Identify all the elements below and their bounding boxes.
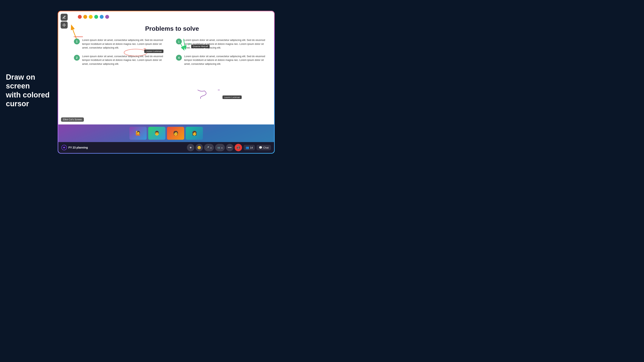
participant-video-1[interactable]: 🙋 [130, 127, 147, 140]
presentation-content: Problems to solve 1 Lorem ipsum dolor si… [74, 25, 270, 121]
mic-icon: 🎤 [206, 146, 209, 149]
pres-text-1: Lorem ipsum dolor sit amet, consectetur … [82, 38, 168, 50]
participant-avatar-1: 🙋 [130, 127, 147, 140]
color-yellow[interactable] [89, 15, 93, 19]
app-window-inner: Problems to solve 1 Lorem ipsum dolor si… [58, 11, 274, 153]
drawing-toolbar [60, 14, 68, 29]
presentation-grid: 1 Lorem ipsum dolor sit amet, consectetu… [74, 38, 270, 66]
pres-num-3: 3 [176, 39, 182, 45]
participants-count: 14 [250, 146, 253, 149]
emoji-button[interactable]: 😊 [196, 144, 203, 151]
camera-chevron-icon: ▲ [221, 147, 223, 149]
participant-avatar-3: 🧑 [167, 127, 184, 140]
meeting-title-text: FY 23 planning [68, 146, 88, 149]
participant-avatar-4: 👩 [186, 127, 203, 140]
color-blue[interactable] [100, 15, 104, 19]
color-purple[interactable] [105, 15, 109, 19]
end-call-button[interactable]: 📵 [234, 144, 242, 151]
pres-item-2: 2 Lorem ipsum dolor sit amet, consectetu… [74, 54, 168, 66]
cursor-label-graeme: Graeme Metcalf [191, 45, 210, 48]
cursor-label-lauren-2: Lauren Lockman [222, 96, 242, 99]
color-green[interactable] [94, 15, 98, 19]
camera-icon: 📹 [217, 146, 220, 149]
pres-num-1: 1 [74, 39, 80, 45]
participant-videos-bar: 🙋 👨 🧑 👩 [58, 124, 274, 142]
cursor-label-lauren-1: Lauren Lockman [144, 50, 164, 53]
participants-button[interactable]: 👥 14 [244, 145, 255, 150]
microphone-button[interactable]: 🎤 ▲ [204, 144, 214, 151]
pres-text-4: Lorem ipsum dolor sit amet, consectetur … [184, 54, 270, 66]
pencil-tool-button[interactable] [60, 14, 68, 21]
camera-button[interactable]: 📹 ▲ [215, 144, 225, 151]
participants-icon: 👥 [246, 146, 249, 149]
participant-avatar-2: 👨 [148, 127, 166, 140]
meeting-logo-icon [62, 145, 67, 150]
controls-right: 👥 14 💬 Chat [244, 145, 271, 150]
controls-center: + 😊 🎤 ▲ 📹 ▲ ••• 📵 [187, 144, 242, 151]
mic-chevron-icon: ▲ [210, 147, 212, 149]
hero-text: Draw on screen with colored cursor [6, 73, 60, 108]
participant-video-3[interactable]: 🧑 [167, 127, 184, 140]
participant-video-4[interactable]: 👩 [186, 127, 203, 140]
chat-label: Chat [263, 146, 269, 149]
chat-button[interactable]: 💬 Chat [256, 145, 271, 150]
pres-item-3: 3 Lorem ipsum dolor sit amet, consectetu… [176, 38, 270, 50]
pres-text-2: Lorem ipsum dolor sit amet, consectetur … [82, 54, 168, 66]
pres-num-4: 4 [176, 55, 182, 61]
color-palette [78, 15, 109, 19]
hero-panel: Draw on screen with colored cursor [6, 73, 60, 108]
color-orange[interactable] [83, 15, 87, 19]
screen-share-label: Elliot Col's Screen [61, 117, 84, 122]
screen-share-area: Problems to solve 1 Lorem ipsum dolor si… [58, 11, 274, 124]
meeting-title-area: FY 23 planning [62, 145, 185, 150]
color-red[interactable] [78, 15, 82, 19]
pres-item-4: 4 Lorem ipsum dolor sit amet, consectetu… [176, 54, 270, 66]
participant-video-2[interactable]: 👨 [148, 127, 166, 140]
add-button[interactable]: + [187, 144, 194, 151]
pres-num-2: 2 [74, 55, 80, 61]
more-options-button[interactable]: ••• [226, 144, 234, 151]
app-window: Problems to solve 1 Lorem ipsum dolor si… [58, 11, 275, 154]
move-tool-button[interactable] [60, 22, 68, 29]
pres-item-1: 1 Lorem ipsum dolor sit amet, consectetu… [74, 38, 168, 50]
presentation-title: Problems to solve [74, 25, 270, 32]
meeting-controls-bar: FY 23 planning + 😊 🎤 ▲ 📹 ▲ [58, 142, 274, 153]
chat-icon: 💬 [259, 146, 262, 149]
